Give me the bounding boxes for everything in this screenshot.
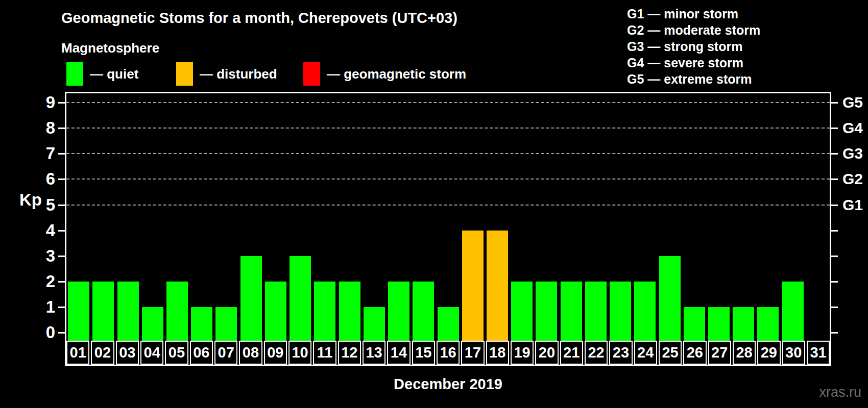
kp-bar-day-09 <box>265 282 286 341</box>
g-scale-legend: G1 — minor storm G2 — moderate storm G3 … <box>627 6 760 87</box>
day-cell-14: 14 <box>387 341 410 365</box>
kp-bar-day-12 <box>339 282 360 341</box>
g2-legend-line: G2 — moderate storm <box>627 22 760 38</box>
kp-bar-day-11 <box>314 282 335 341</box>
kp-bar-day-14 <box>388 282 409 341</box>
kp-bar-day-13 <box>364 307 385 341</box>
day-cell-18: 18 <box>486 341 509 365</box>
quiet-color-swatch <box>66 62 83 86</box>
legend-item-storm: — geomagnetic storm <box>303 62 466 86</box>
left-tick-kp6 <box>58 178 65 180</box>
g1-legend-line: G1 — minor storm <box>627 6 760 22</box>
day-cell-03: 03 <box>116 341 139 365</box>
gridline-kp6 <box>66 178 830 180</box>
day-cell-09: 09 <box>264 341 287 365</box>
ytick-label-6: 6 <box>29 169 55 189</box>
right-tick-kp8 <box>831 128 838 129</box>
kp-bar-day-18 <box>487 231 508 341</box>
left-tick-kp1 <box>58 307 65 308</box>
kp-bar-day-01 <box>68 282 89 341</box>
ytick-label-5: 5 <box>29 195 55 215</box>
kp-bar-day-19 <box>511 282 533 341</box>
kp-bar-day-04 <box>142 307 163 341</box>
day-cell-29: 29 <box>757 341 780 365</box>
day-cell-17: 17 <box>461 341 484 365</box>
gridline-kp9 <box>66 102 830 103</box>
left-tick-kp9 <box>58 102 65 104</box>
g4-legend-line: G4 — severe storm <box>627 55 760 71</box>
gridline-kp7 <box>66 153 830 154</box>
storm-color-swatch <box>303 62 320 86</box>
kp-bar-day-08 <box>240 256 262 341</box>
kp-bar-day-03 <box>117 282 139 341</box>
left-tick-kp0 <box>58 332 65 334</box>
day-cell-23: 23 <box>609 341 632 365</box>
kp-bar-day-26 <box>684 307 705 341</box>
day-cell-02: 02 <box>91 341 114 365</box>
geomagnetic-chart-canvas: Geomagnetic Stoms for a month, Cherepove… <box>0 0 868 408</box>
right-axis-label-g1: G1 <box>842 196 863 214</box>
right-axis-label-g3: G3 <box>842 144 863 163</box>
left-tick-kp5 <box>58 205 65 206</box>
day-cell-15: 15 <box>412 341 435 365</box>
watermark-xras: xras.ru <box>819 385 861 400</box>
right-axis-label-g4: G4 <box>842 119 863 137</box>
legend-item-quiet: — quiet <box>66 62 138 86</box>
ytick-label-1: 1 <box>29 297 55 317</box>
kp-bar-day-15 <box>413 282 434 341</box>
left-tick-kp8 <box>58 128 65 129</box>
kp-bar-day-10 <box>290 256 311 341</box>
kp-bar-day-24 <box>634 282 656 341</box>
right-axis-label-g5: G5 <box>842 93 863 112</box>
right-tick-kp6 <box>831 178 838 180</box>
plot-area <box>66 93 830 341</box>
kp-bar-day-23 <box>610 282 631 341</box>
gridline-kp8 <box>66 128 830 129</box>
ytick-label-3: 3 <box>29 246 55 266</box>
kp-bar-day-29 <box>757 307 779 341</box>
right-tick-kp5 <box>831 205 838 206</box>
legend-item-disturbed: — disturbed <box>176 62 277 86</box>
day-cell-11: 11 <box>313 341 336 365</box>
day-cell-10: 10 <box>288 341 311 365</box>
disturbed-color-swatch <box>176 62 193 86</box>
right-tick-kp1 <box>831 307 838 308</box>
gridline-kp5 <box>66 205 830 206</box>
day-cell-19: 19 <box>511 341 534 365</box>
day-cell-16: 16 <box>437 341 460 365</box>
kp-bar-day-05 <box>166 282 188 341</box>
left-tick-kp3 <box>58 256 65 257</box>
ytick-label-0: 0 <box>29 323 55 342</box>
right-tick-kp2 <box>831 281 838 283</box>
day-cell-26: 26 <box>683 341 706 365</box>
day-cell-28: 28 <box>733 341 756 365</box>
kp-bar-day-17 <box>462 231 484 341</box>
right-axis-label-g2: G2 <box>842 170 863 188</box>
kp-bar-day-07 <box>215 307 237 341</box>
ytick-label-4: 4 <box>29 221 55 240</box>
day-cell-27: 27 <box>708 341 731 365</box>
kp-bar-day-28 <box>733 307 754 341</box>
month-label: December 2019 <box>65 376 831 393</box>
right-tick-kp4 <box>831 230 838 232</box>
kp-bar-day-22 <box>585 282 607 341</box>
day-cell-13: 13 <box>363 341 385 365</box>
day-cell-22: 22 <box>585 341 608 365</box>
ytick-label-7: 7 <box>29 144 55 163</box>
right-tick-kp3 <box>831 256 838 257</box>
right-tick-kp9 <box>831 102 838 104</box>
day-cell-25: 25 <box>659 341 682 365</box>
magnetosphere-label: Magnetosphere <box>61 40 159 56</box>
day-cell-08: 08 <box>239 341 262 365</box>
g5-legend-line: G5 — extreme storm <box>627 71 760 87</box>
day-cell-01: 01 <box>66 341 89 365</box>
right-tick-kp0 <box>831 332 838 334</box>
kp-bar-day-25 <box>659 256 681 341</box>
day-label-row: 0102030405060708091011121314151617181920… <box>66 341 830 365</box>
left-tick-kp7 <box>58 153 65 155</box>
legend-label-storm: — geomagnetic storm <box>327 66 466 82</box>
kp-bar-day-30 <box>782 282 804 341</box>
ytick-label-8: 8 <box>29 118 55 138</box>
day-cell-06: 06 <box>190 341 213 365</box>
page-title: Geomagnetic Stoms for a month, Cherepove… <box>61 10 457 27</box>
